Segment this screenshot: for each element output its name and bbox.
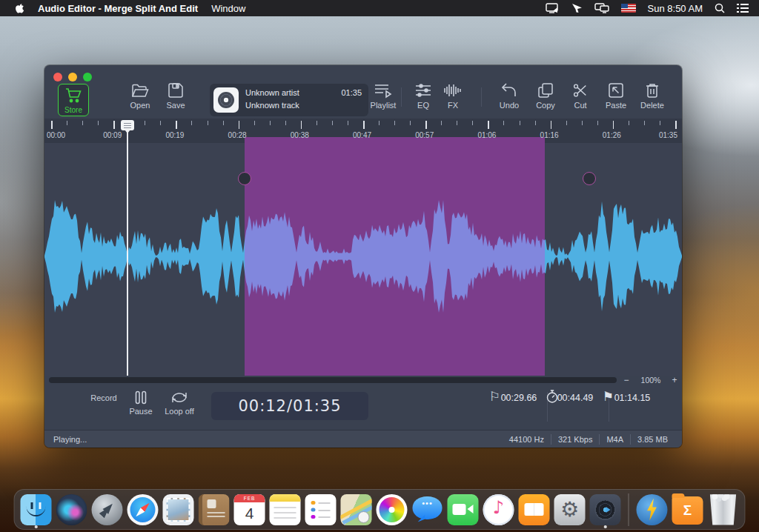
playhead-marker[interactable] [121, 120, 134, 130]
scroll-zoom-row: − 100% + [44, 376, 682, 385]
pause-button[interactable]: Pause [123, 390, 159, 416]
ruler-minor-tick [208, 121, 208, 125]
dock-item-calendar[interactable]: FEB4 [234, 493, 265, 527]
ruler-major-tick [176, 121, 177, 129]
playlist-button[interactable]: Playlist [367, 82, 400, 110]
store-button[interactable]: Store [58, 84, 89, 116]
selection-start-readout[interactable]: ⚐ 00:29.66 [489, 389, 548, 403]
ruler-time-label: 01:16 [540, 131, 559, 139]
dock-item-messages[interactable]: ••• [412, 493, 443, 527]
ruler-minor-tick [82, 121, 83, 125]
toolbar-divider [481, 87, 482, 107]
selection-start-handle[interactable] [238, 172, 251, 185]
ruler-minor-tick [285, 121, 286, 125]
delete-button[interactable]: Delete [636, 82, 669, 110]
now-playing-widget[interactable]: Unknown artist Unknown track 01:35 [210, 84, 368, 116]
horizontal-scrollbar[interactable] [49, 377, 617, 383]
ruler-major-tick [488, 121, 489, 129]
ruler-minor-tick [535, 121, 536, 125]
safari-icon [127, 494, 159, 525]
fx-label: FX [437, 101, 469, 110]
dock-item-reminders[interactable] [305, 493, 337, 527]
timer-readout[interactable]: 00:44.49 [546, 389, 605, 403]
dock-item-contacts[interactable] [199, 493, 230, 527]
dock-item-mail[interactable] [163, 493, 194, 527]
toolbar: Store Open Save Unknown artist Unknown t… [44, 65, 682, 119]
menu-window[interactable]: Window [211, 3, 245, 14]
player-track: Unknown track [245, 101, 299, 110]
sigma-folder-icon: Σ [672, 496, 703, 525]
ruler-time-label: 00:00 [47, 131, 65, 139]
notification-center-icon[interactable] [737, 4, 749, 13]
dock-item-audio-editor[interactable] [590, 493, 621, 527]
apple-menu-icon[interactable] [15, 3, 24, 14]
dock-item-facetime[interactable] [448, 493, 479, 527]
ruler-minor-tick [441, 121, 442, 125]
save-button[interactable]: Save [159, 82, 192, 110]
displays-icon[interactable] [594, 3, 609, 13]
fx-button[interactable]: FX [437, 82, 469, 110]
loop-label: Loop off [157, 407, 202, 416]
dock-item-launchpad[interactable] [92, 493, 123, 527]
ruler-major-tick [551, 121, 552, 129]
zoom-in-button[interactable]: + [669, 375, 680, 385]
zoom-window-button[interactable] [83, 73, 92, 82]
status-bar: Playing... 44100 Hz321 KbpsM4A3.85 MB [44, 430, 682, 448]
contacts-icon [199, 494, 230, 525]
loop-button[interactable]: Loop off [157, 390, 202, 416]
paste-button[interactable]: Paste [600, 82, 632, 110]
copy-pages-icon [537, 82, 554, 99]
spotlight-search-icon[interactable] [715, 3, 725, 13]
undo-button[interactable]: Undo [493, 82, 526, 110]
siri-icon [56, 494, 87, 525]
ruler-time-label: 00:28 [228, 131, 247, 139]
dock-item-sysprefs[interactable]: ⚙ [554, 493, 586, 527]
ruler-major-tick [301, 121, 302, 129]
selection-top-strip [245, 137, 545, 143]
dock-item-itunes[interactable]: ♪ [483, 493, 514, 527]
dock-item-sigma-folder[interactable]: Σ [672, 493, 703, 527]
presenter-arrow-icon[interactable] [571, 3, 583, 13]
notes-icon [270, 494, 301, 525]
screen-mirroring-icon[interactable] [546, 3, 560, 13]
paste-label: Paste [600, 101, 632, 110]
waveform-selected [245, 143, 545, 376]
itunes-glyph: ♪ [483, 497, 514, 518]
ruler-minor-tick [67, 121, 67, 125]
pause-icon [135, 390, 147, 405]
launchpad-icon [92, 494, 123, 525]
playlist-icon [374, 82, 393, 99]
dock-item-ibooks[interactable] [519, 493, 550, 527]
minimize-window-button[interactable] [68, 73, 77, 82]
selection-end-readout[interactable]: ⚑ 01:14.15 [603, 389, 662, 403]
trash-icon [644, 82, 660, 99]
selection-end-handle[interactable] [583, 172, 596, 185]
zoom-out-button[interactable]: − [621, 375, 632, 385]
dock-item-photos[interactable] [377, 493, 408, 527]
dock-item-safari[interactable] [127, 493, 159, 527]
dock-item-maps[interactable] [341, 493, 372, 527]
ruler-minor-tick [223, 121, 224, 125]
record-label: Record [86, 393, 122, 402]
input-language-flag-icon[interactable] [621, 4, 636, 13]
dock-item-siri[interactable] [56, 493, 87, 527]
menubar-app-name[interactable]: Audio Editor - Merge Split And Edit [38, 3, 198, 14]
cut-button[interactable]: Cut [564, 82, 597, 110]
eq-label: EQ [407, 101, 440, 110]
ruler-minor-tick [316, 121, 317, 125]
ruler-minor-tick [332, 121, 333, 125]
dock-item-finder[interactable] [21, 493, 52, 527]
open-button[interactable]: Open [124, 82, 156, 110]
eq-button[interactable]: EQ [407, 82, 440, 110]
selection-region[interactable] [245, 143, 545, 376]
dock-item-trash[interactable] [708, 493, 739, 527]
record-button[interactable]: Record [86, 391, 122, 402]
close-window-button[interactable] [53, 73, 62, 82]
copy-button[interactable]: Copy [529, 82, 562, 110]
playhead[interactable] [127, 133, 128, 376]
ruler-time-label: 00:57 [415, 131, 434, 139]
dock-item-notes[interactable] [270, 493, 301, 527]
undo-arrow-icon [500, 82, 518, 99]
dock-item-lightning-app[interactable] [637, 493, 668, 527]
menubar-clock[interactable]: Sun 8:50 AM [648, 3, 703, 14]
